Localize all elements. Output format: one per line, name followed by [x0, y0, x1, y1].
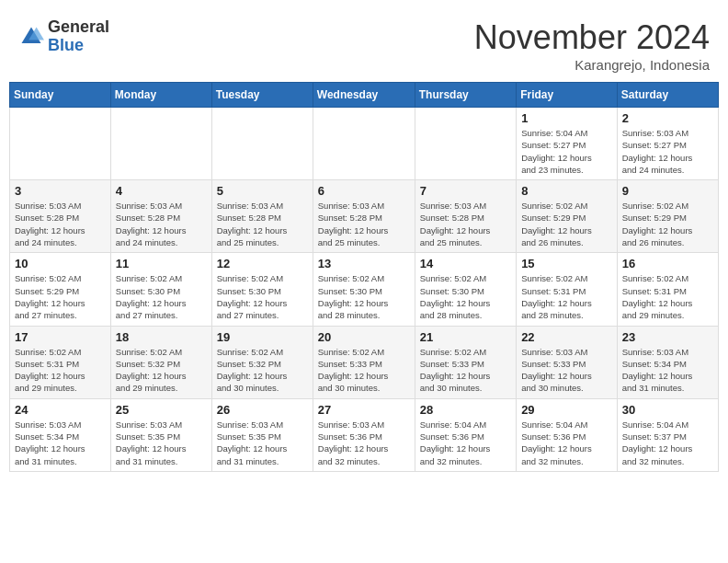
column-header-sunday: Sunday: [10, 83, 111, 108]
day-number: 8: [521, 184, 612, 198]
calendar-week-row: 10Sunrise: 5:02 AM Sunset: 5:29 PM Dayli…: [10, 253, 719, 326]
day-info: Sunrise: 5:03 AM Sunset: 5:27 PM Dayligh…: [622, 127, 713, 176]
day-number: 14: [420, 257, 511, 270]
day-info: Sunrise: 5:03 AM Sunset: 5:35 PM Dayligh…: [116, 419, 207, 467]
day-info: Sunrise: 5:02 AM Sunset: 5:30 PM Dayligh…: [420, 272, 511, 321]
column-header-thursday: Thursday: [415, 83, 516, 108]
calendar-cell: 4Sunrise: 5:03 AM Sunset: 5:28 PM Daylig…: [110, 180, 211, 253]
column-header-saturday: Saturday: [617, 83, 718, 108]
day-info: Sunrise: 5:03 AM Sunset: 5:28 PM Dayligh…: [420, 200, 511, 248]
calendar-cell: 3Sunrise: 5:03 AM Sunset: 5:28 PM Daylig…: [10, 180, 111, 253]
calendar-week-row: 17Sunrise: 5:02 AM Sunset: 5:31 PM Dayli…: [10, 326, 719, 398]
day-number: 28: [420, 403, 511, 417]
day-number: 22: [521, 330, 612, 344]
day-info: Sunrise: 5:03 AM Sunset: 5:28 PM Dayligh…: [217, 200, 308, 248]
day-number: 20: [318, 330, 410, 344]
calendar-cell: 16Sunrise: 5:02 AM Sunset: 5:31 PM Dayli…: [617, 253, 718, 326]
day-number: 2: [622, 111, 713, 125]
day-number: 23: [622, 330, 713, 344]
calendar-week-row: 24Sunrise: 5:03 AM Sunset: 5:34 PM Dayli…: [10, 398, 719, 471]
day-info: Sunrise: 5:04 AM Sunset: 5:36 PM Dayligh…: [420, 419, 511, 467]
day-number: 17: [15, 330, 106, 344]
day-number: 25: [116, 403, 207, 417]
day-info: Sunrise: 5:03 AM Sunset: 5:33 PM Dayligh…: [521, 346, 612, 395]
day-info: Sunrise: 5:02 AM Sunset: 5:29 PM Dayligh…: [521, 200, 612, 248]
calendar-cell: 7Sunrise: 5:03 AM Sunset: 5:28 PM Daylig…: [415, 180, 516, 253]
logo-blue-text: Blue: [48, 36, 84, 54]
calendar-week-row: 3Sunrise: 5:03 AM Sunset: 5:28 PM Daylig…: [10, 180, 719, 253]
day-info: Sunrise: 5:03 AM Sunset: 5:34 PM Dayligh…: [15, 419, 106, 467]
day-number: 4: [116, 184, 207, 198]
calendar-cell: 13Sunrise: 5:02 AM Sunset: 5:30 PM Dayli…: [313, 253, 415, 326]
calendar-cell: [415, 108, 516, 180]
day-number: 19: [217, 330, 308, 344]
month-title: November 2024: [474, 18, 710, 57]
day-info: Sunrise: 5:04 AM Sunset: 5:27 PM Dayligh…: [521, 127, 612, 176]
calendar-cell: 9Sunrise: 5:02 AM Sunset: 5:29 PM Daylig…: [617, 180, 718, 253]
day-number: 5: [217, 184, 308, 198]
calendar-cell: 26Sunrise: 5:03 AM Sunset: 5:35 PM Dayli…: [211, 398, 313, 471]
day-info: Sunrise: 5:03 AM Sunset: 5:34 PM Dayligh…: [622, 346, 713, 395]
page-header: General Blue November 2024 Karangrejo, I…: [9, 9, 719, 77]
day-info: Sunrise: 5:02 AM Sunset: 5:29 PM Dayligh…: [622, 200, 713, 248]
day-number: 11: [116, 257, 207, 270]
day-number: 26: [217, 403, 308, 417]
calendar-cell: 29Sunrise: 5:04 AM Sunset: 5:36 PM Dayli…: [517, 398, 618, 471]
column-header-wednesday: Wednesday: [313, 83, 415, 108]
day-info: Sunrise: 5:04 AM Sunset: 5:37 PM Dayligh…: [622, 419, 713, 467]
day-info: Sunrise: 5:02 AM Sunset: 5:30 PM Dayligh…: [116, 272, 207, 321]
day-info: Sunrise: 5:04 AM Sunset: 5:36 PM Dayligh…: [521, 419, 612, 467]
calendar-cell: 21Sunrise: 5:02 AM Sunset: 5:33 PM Dayli…: [415, 326, 516, 398]
calendar-cell: 24Sunrise: 5:03 AM Sunset: 5:34 PM Dayli…: [10, 398, 111, 471]
day-number: 3: [15, 184, 106, 198]
day-info: Sunrise: 5:03 AM Sunset: 5:35 PM Dayligh…: [217, 419, 308, 467]
calendar-cell: 23Sunrise: 5:03 AM Sunset: 5:34 PM Dayli…: [617, 326, 718, 398]
calendar-cell: 12Sunrise: 5:02 AM Sunset: 5:30 PM Dayli…: [211, 253, 313, 326]
day-info: Sunrise: 5:03 AM Sunset: 5:28 PM Dayligh…: [15, 200, 106, 248]
day-number: 13: [318, 257, 410, 270]
calendar-cell: 30Sunrise: 5:04 AM Sunset: 5:37 PM Dayli…: [617, 398, 718, 471]
calendar-cell: 11Sunrise: 5:02 AM Sunset: 5:30 PM Dayli…: [110, 253, 211, 326]
day-number: 1: [521, 111, 612, 125]
calendar-cell: 18Sunrise: 5:02 AM Sunset: 5:32 PM Dayli…: [110, 326, 211, 398]
calendar-cell: 14Sunrise: 5:02 AM Sunset: 5:30 PM Dayli…: [415, 253, 516, 326]
day-info: Sunrise: 5:02 AM Sunset: 5:31 PM Dayligh…: [521, 272, 612, 321]
day-info: Sunrise: 5:02 AM Sunset: 5:30 PM Dayligh…: [217, 272, 308, 321]
day-info: Sunrise: 5:02 AM Sunset: 5:32 PM Dayligh…: [217, 346, 308, 395]
calendar-cell: 5Sunrise: 5:03 AM Sunset: 5:28 PM Daylig…: [211, 180, 313, 253]
calendar-cell: 22Sunrise: 5:03 AM Sunset: 5:33 PM Dayli…: [517, 326, 618, 398]
calendar-cell: 10Sunrise: 5:02 AM Sunset: 5:29 PM Dayli…: [10, 253, 111, 326]
calendar-cell: 1Sunrise: 5:04 AM Sunset: 5:27 PM Daylig…: [517, 108, 618, 180]
logo: General Blue: [18, 18, 109, 55]
day-number: 29: [521, 403, 612, 417]
logo-general-text: General: [48, 17, 109, 36]
column-header-friday: Friday: [517, 83, 618, 108]
day-info: Sunrise: 5:02 AM Sunset: 5:30 PM Dayligh…: [318, 272, 410, 321]
day-info: Sunrise: 5:02 AM Sunset: 5:33 PM Dayligh…: [318, 346, 410, 395]
day-number: 30: [622, 403, 713, 417]
calendar-cell: [211, 108, 313, 180]
day-info: Sunrise: 5:03 AM Sunset: 5:28 PM Dayligh…: [318, 200, 410, 248]
calendar-cell: [10, 108, 111, 180]
day-number: 27: [318, 403, 410, 417]
calendar-header-row: SundayMondayTuesdayWednesdayThursdayFrid…: [10, 83, 719, 108]
day-info: Sunrise: 5:02 AM Sunset: 5:32 PM Dayligh…: [116, 346, 207, 395]
calendar-cell: [313, 108, 415, 180]
location-text: Karangrejo, Indonesia: [474, 57, 710, 73]
calendar-cell: 19Sunrise: 5:02 AM Sunset: 5:32 PM Dayli…: [211, 326, 313, 398]
title-block: November 2024 Karangrejo, Indonesia: [474, 18, 710, 73]
day-number: 16: [622, 257, 713, 270]
day-info: Sunrise: 5:03 AM Sunset: 5:36 PM Dayligh…: [318, 419, 410, 467]
day-number: 18: [116, 330, 207, 344]
day-number: 12: [217, 257, 308, 270]
calendar-week-row: 1Sunrise: 5:04 AM Sunset: 5:27 PM Daylig…: [10, 108, 719, 180]
day-number: 6: [318, 184, 410, 198]
calendar-cell: 25Sunrise: 5:03 AM Sunset: 5:35 PM Dayli…: [110, 398, 211, 471]
day-number: 24: [15, 403, 106, 417]
day-info: Sunrise: 5:02 AM Sunset: 5:33 PM Dayligh…: [420, 346, 511, 395]
day-number: 21: [420, 330, 511, 344]
calendar-cell: 8Sunrise: 5:02 AM Sunset: 5:29 PM Daylig…: [517, 180, 618, 253]
calendar-cell: 28Sunrise: 5:04 AM Sunset: 5:36 PM Dayli…: [415, 398, 516, 471]
calendar-table: SundayMondayTuesdayWednesdayThursdayFrid…: [9, 82, 719, 472]
day-info: Sunrise: 5:02 AM Sunset: 5:31 PM Dayligh…: [15, 346, 106, 395]
